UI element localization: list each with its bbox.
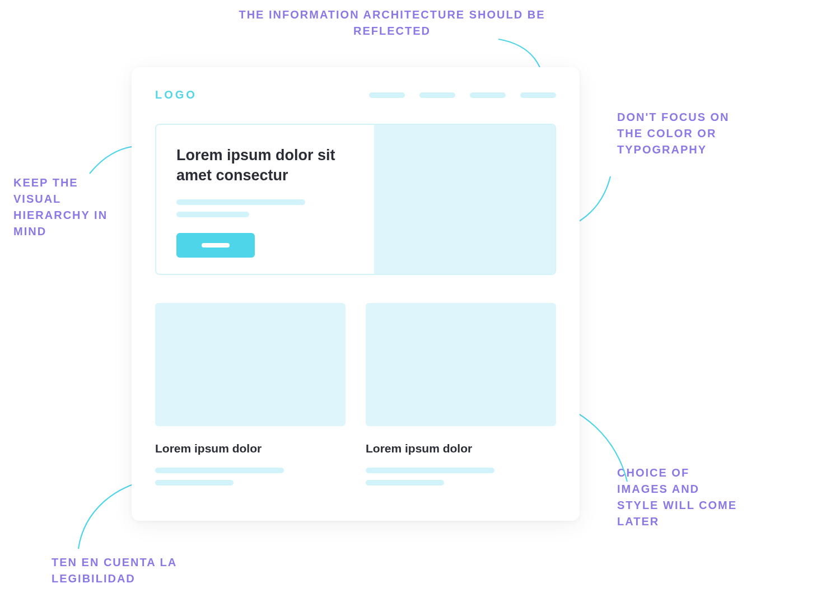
- wireframe-header: LOGO: [155, 88, 556, 124]
- card-title: Lorem ipsum dolor: [155, 442, 346, 455]
- nav-item-placeholder: [470, 92, 506, 98]
- text-line-placeholder: [155, 468, 284, 473]
- cta-button-placeholder[interactable]: [176, 233, 255, 258]
- cards-row: Lorem ipsum dolor Lorem ipsum dolor: [155, 303, 556, 492]
- annotation-color-typography: DON'T FOCUS ON THE COLOR OR TYPOGRAPHY: [617, 109, 746, 158]
- text-line-placeholder: [176, 212, 249, 217]
- annotation-images-style: CHOICE OF IMAGES AND STYLE WILL COME LAT…: [617, 465, 740, 530]
- annotation-legibility: TEN EN CUENTA LA LEGIBILIDAD: [52, 554, 180, 587]
- card-title: Lorem ipsum dolor: [366, 442, 556, 455]
- text-line-placeholder: [155, 480, 234, 486]
- card-item: Lorem ipsum dolor: [155, 303, 346, 492]
- nav-item-placeholder: [520, 92, 556, 98]
- card-item: Lorem ipsum dolor: [366, 303, 556, 492]
- card-image-placeholder: [155, 303, 346, 426]
- card-image-placeholder: [366, 303, 556, 426]
- cta-label-placeholder: [202, 243, 230, 248]
- hero-title: Lorem ipsum dolor sit amet consectur: [176, 145, 344, 186]
- hero-text-column: Lorem ipsum dolor sit amet consectur: [156, 125, 374, 274]
- text-line-placeholder: [366, 468, 494, 473]
- annotation-information-architecture: THE INFORMATION ARCHITECTURE SHOULD BE R…: [224, 7, 560, 39]
- wireframe-window: LOGO Lorem ipsum dolor sit amet consectu…: [132, 67, 580, 521]
- nav-item-placeholder: [419, 92, 455, 98]
- nav-placeholder: [369, 92, 556, 98]
- hero-section: Lorem ipsum dolor sit amet consectur: [155, 124, 556, 275]
- nav-item-placeholder: [369, 92, 405, 98]
- text-line-placeholder: [176, 199, 305, 205]
- hero-image-placeholder: [374, 125, 555, 274]
- text-line-placeholder: [366, 480, 444, 486]
- logo-placeholder: LOGO: [155, 88, 197, 101]
